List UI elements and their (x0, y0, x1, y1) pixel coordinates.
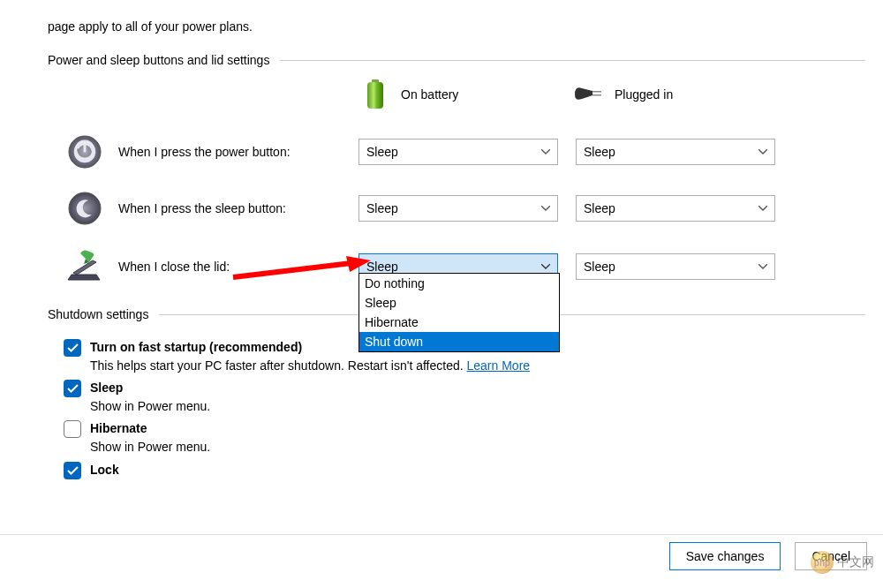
checkbox-desc: Show in Power menu. (90, 439, 210, 456)
column-header-battery: On battery (358, 78, 572, 111)
chevron-down-icon (541, 149, 550, 155)
intro-text: page apply to all of your power plans. (48, 19, 253, 34)
checkbox-item-lock: Lock (64, 462, 530, 479)
dropdown-lid-battery-list[interactable]: Do nothing Sleep Hibernate Shut down (358, 273, 560, 352)
checkbox-label: Turn on fast startup (recommended) (90, 340, 302, 354)
checkbox-sleep[interactable] (64, 380, 81, 397)
shutdown-settings-list: Turn on fast startup (recommended) This … (64, 339, 530, 485)
checkbox-fast-startup[interactable] (64, 339, 81, 357)
svg-point-8 (69, 192, 101, 224)
column-header-plugged-label: Plugged in (615, 87, 673, 102)
svg-rect-1 (367, 82, 383, 109)
power-icon (65, 132, 104, 171)
checkbox-hibernate[interactable] (64, 420, 81, 438)
dropdown-value: Sleep (366, 201, 398, 215)
chevron-down-icon (541, 264, 550, 269)
checkbox-desc: Show in Power menu. (90, 398, 210, 416)
dropdown-option[interactable]: Sleep (359, 293, 559, 313)
svg-rect-3 (592, 94, 601, 96)
cancel-button[interactable]: Cancel (795, 542, 867, 570)
section-header-shutdown-label: Shutdown settings (48, 307, 148, 321)
column-headers: On battery Plugged in (358, 78, 786, 111)
checkbox-lock[interactable] (64, 462, 81, 479)
dropdown-value: Sleep (366, 260, 398, 274)
moon-icon (65, 189, 104, 228)
dropdown-option[interactable]: Hibernate (359, 313, 559, 332)
chevron-down-icon (758, 149, 767, 155)
divider (280, 60, 865, 61)
section-header-power-lid-label: Power and sleep buttons and lid settings (48, 53, 269, 67)
svg-rect-2 (592, 91, 601, 93)
dropdown-sleep-plugged[interactable]: Sleep (576, 195, 775, 222)
battery-icon (358, 78, 392, 111)
divider (0, 534, 883, 535)
checkbox-label: Hibernate (90, 421, 147, 435)
dropdown-option[interactable]: Shut down (359, 332, 559, 351)
checkbox-label: Lock (90, 463, 119, 477)
dropdown-value: Sleep (584, 201, 615, 215)
row-power-button-label: When I press the power button: (118, 145, 358, 159)
learn-more-link[interactable]: Learn More (467, 358, 531, 373)
dropdown-power-battery[interactable]: Sleep (358, 139, 558, 165)
laptop-close-icon (65, 247, 104, 286)
checkbox-label: Sleep (90, 381, 123, 395)
row-sleep-button-label: When I press the sleep button: (118, 201, 358, 215)
column-header-battery-label: On battery (401, 87, 458, 102)
row-power-button: When I press the power button: Sleep Sle… (65, 132, 793, 171)
dropdown-value: Sleep (366, 145, 398, 159)
checkbox-desc: This helps start your PC faster after sh… (90, 358, 467, 373)
row-sleep-button: When I press the sleep button: Sleep Sle… (65, 189, 793, 228)
checkbox-item-hibernate: Hibernate Show in Power menu. (64, 420, 530, 456)
dropdown-sleep-battery[interactable]: Sleep (358, 195, 558, 222)
dropdown-option[interactable]: Do nothing (359, 274, 559, 293)
button-bar: Save changes Cancel (655, 542, 867, 570)
section-header-power-lid: Power and sleep buttons and lid settings (48, 53, 865, 67)
dropdown-value: Sleep (584, 260, 615, 274)
checkbox-item-sleep: Sleep Show in Power menu. (64, 380, 530, 415)
column-header-plugged: Plugged in (572, 78, 786, 111)
dropdown-lid-plugged[interactable]: Sleep (576, 253, 775, 280)
chevron-down-icon (758, 206, 767, 211)
save-changes-button[interactable]: Save changes (669, 542, 781, 570)
row-close-lid-label: When I close the lid: (118, 260, 358, 274)
dropdown-value: Sleep (584, 145, 615, 159)
plug-icon (572, 78, 606, 111)
chevron-down-icon (541, 206, 550, 211)
dropdown-power-plugged[interactable]: Sleep (576, 139, 775, 165)
chevron-down-icon (758, 264, 767, 269)
